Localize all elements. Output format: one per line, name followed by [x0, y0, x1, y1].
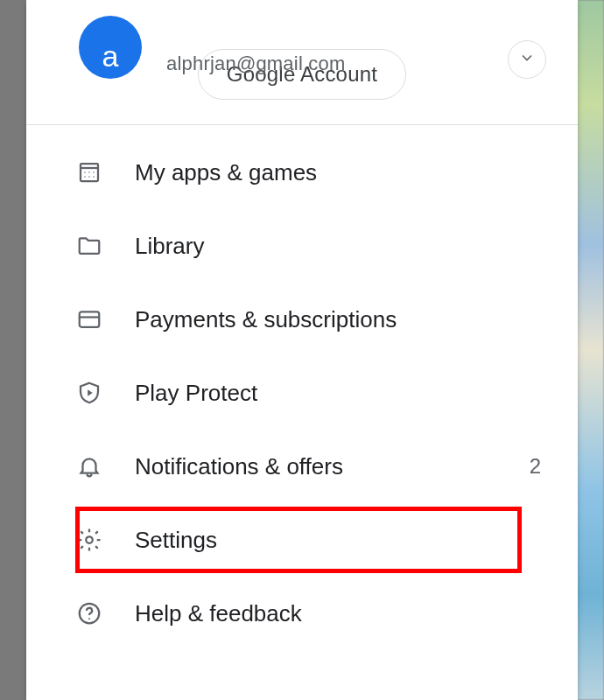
menu-item-notifications[interactable]: Notifications & offers 2 [26, 430, 578, 503]
menu-item-label: Library [135, 233, 546, 260]
bell-icon [75, 452, 103, 480]
apps-icon [75, 158, 103, 186]
account-email: alphrjan@gmail.com [166, 52, 345, 75]
chevron-down-icon [518, 49, 536, 70]
account-sheet: a alphrjan@gmail.com Google Account My a… [26, 0, 578, 700]
svg-point-3 [88, 172, 90, 173]
menu-item-label: Play Protect [135, 380, 546, 407]
menu-item-label: Notifications & offers [135, 453, 498, 480]
account-switcher-button[interactable] [508, 40, 546, 79]
account-header: a alphrjan@gmail.com Google Account [26, 49, 578, 124]
help-icon [75, 599, 103, 627]
avatar-initial: a [102, 39, 119, 74]
svg-point-6 [88, 176, 90, 178]
menu-item-label: Settings [135, 527, 546, 554]
svg-point-13 [88, 618, 90, 620]
folder-icon [75, 232, 103, 260]
menu-item-help[interactable]: Help & feedback [26, 577, 578, 650]
card-icon [75, 305, 103, 333]
menu-item-library[interactable]: Library [26, 209, 578, 283]
menu-item-my-apps[interactable]: My apps & games [26, 136, 578, 209]
shield-icon [75, 379, 103, 407]
menu-item-label: Help & feedback [135, 600, 546, 627]
menu-item-settings[interactable]: Settings [26, 503, 578, 577]
svg-rect-8 [80, 312, 100, 327]
svg-point-2 [84, 172, 86, 173]
menu-item-label: Payments & subscriptions [135, 306, 546, 333]
menu-item-payments[interactable]: Payments & subscriptions [26, 283, 578, 356]
menu-item-label: My apps & games [135, 159, 546, 186]
menu-item-play-protect[interactable]: Play Protect [26, 356, 578, 430]
svg-point-4 [93, 172, 95, 173]
avatar[interactable]: a [79, 16, 142, 79]
svg-point-11 [86, 536, 93, 543]
svg-point-5 [84, 176, 86, 178]
menu-list: My apps & games Library Payments & subsc… [26, 125, 578, 650]
svg-point-7 [93, 176, 95, 178]
notifications-badge: 2 [530, 454, 541, 479]
svg-marker-10 [88, 389, 93, 396]
gear-icon [75, 526, 103, 554]
